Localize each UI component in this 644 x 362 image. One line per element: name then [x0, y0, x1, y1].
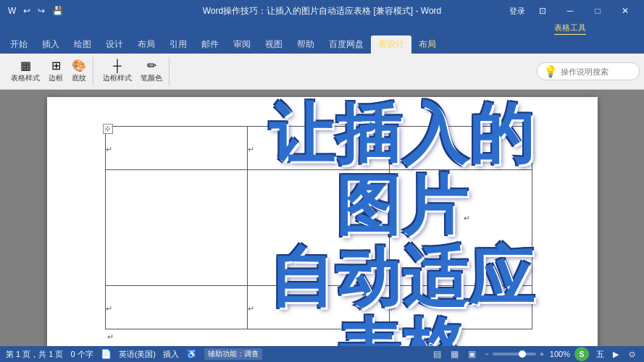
zoom-slider[interactable]: － ＋: [483, 349, 545, 359]
insert-mode[interactable]: 插入: [163, 349, 179, 360]
ribbon-group-1: ▦ 表格样式 ⊞ 边框 🎨 底纹: [4, 57, 93, 86]
border-styles-button[interactable]: ┼ 边框样式: [99, 59, 135, 85]
window-controls: 登录 ⊡ ─ □ ✕: [506, 2, 638, 20]
zoom-in-icon[interactable]: ＋: [538, 349, 545, 359]
tab-review[interactable]: 审阅: [226, 35, 258, 54]
tab-baidu[interactable]: 百度网盘: [322, 35, 371, 54]
tab-table-layout[interactable]: 布局: [411, 35, 443, 54]
contextual-group-label: 表格工具: [554, 22, 586, 35]
cell-return-icon: ↵: [390, 304, 396, 313]
ribbon-toolbar: ▦ 表格样式 ⊞ 边框 🎨 底纹 ┼ 边框样式 ✏ 笔颜色 💡: [0, 54, 644, 90]
taskbar-icon-3[interactable]: ⊙: [625, 348, 638, 361]
cell-return-icon: ↵: [106, 145, 112, 153]
table-styles-button[interactable]: ▦ 表格样式: [7, 59, 43, 85]
redo-icon[interactable]: ↪: [35, 4, 47, 17]
paragraph-return-icon: ↵: [107, 332, 114, 342]
track-icon: 📄: [101, 349, 112, 359]
status-left: 第 1 页，共 1 页 0 个字 📄 英语(美国) 插入 ♿ 辅助功能：调查: [6, 348, 262, 360]
word-count: 0 个字: [70, 349, 93, 360]
tab-references[interactable]: 引用: [162, 35, 194, 54]
status-bar: 第 1 页，共 1 页 0 个字 📄 英语(美国) 插入 ♿ 辅助功能：调查 ▤…: [0, 346, 644, 362]
screenshot-button[interactable]: ⊡: [530, 2, 556, 20]
table-cell[interactable]: ↵: [105, 127, 247, 170]
document-table[interactable]: ↵ ↵ ↵ ↵ ↵ ↵: [105, 126, 532, 329]
accessibility-icon: ♿: [186, 349, 197, 359]
cell-return-icon: ↵: [248, 145, 254, 153]
table-move-handle[interactable]: ⊹: [103, 124, 113, 134]
zoom-thumb[interactable]: [519, 350, 526, 358]
minimize-button[interactable]: ─: [557, 2, 583, 20]
tab-draw[interactable]: 绘图: [67, 35, 99, 54]
word-icon: W: [6, 4, 18, 17]
ribbon-group-2: ┼ 边框样式 ✏ 笔颜色: [96, 57, 170, 86]
cell-return-icon: ↵: [464, 214, 470, 223]
table-cell[interactable]: ↵: [390, 127, 532, 170]
maximize-button[interactable]: □: [585, 2, 611, 20]
tab-view[interactable]: 视图: [258, 35, 290, 54]
bulb-icon: 💡: [543, 64, 558, 78]
help-search-box[interactable]: 💡: [537, 62, 640, 80]
read-mode-button[interactable]: ▣: [466, 348, 479, 360]
zoom-out-icon[interactable]: －: [483, 349, 490, 359]
tab-table-design[interactable]: 表设计: [371, 35, 411, 54]
web-layout-button[interactable]: ▦: [448, 348, 461, 360]
window-title: Word操作技巧：让插入的图片自动适应表格 [兼容模式] - Word: [203, 5, 442, 17]
table-cell[interactable]: [247, 170, 389, 286]
table-cell[interactable]: ↵: [390, 286, 532, 329]
borders-button[interactable]: ⊞ 边框: [45, 59, 67, 85]
accessibility-button[interactable]: 辅助功能：调查: [204, 348, 262, 360]
login-button[interactable]: 登录: [506, 4, 528, 18]
zoom-percent[interactable]: 100%: [550, 350, 570, 358]
shading-button[interactable]: 🎨 底纹: [68, 59, 90, 85]
table-cell[interactable]: ↵: [247, 286, 389, 329]
zoom-track[interactable]: [493, 353, 536, 355]
title-bar: W ↩ ↪ 💾 Word操作技巧：让插入的图片自动适应表格 [兼容模式] - W…: [0, 0, 644, 22]
taskbar-icon-2[interactable]: ▶: [609, 348, 622, 361]
save-icon[interactable]: 💾: [50, 4, 65, 17]
tab-mailings[interactable]: 邮件: [194, 35, 226, 54]
table-cell[interactable]: ↵: [247, 127, 389, 170]
soda-logo: S: [574, 347, 589, 361]
table-cell[interactable]: ↵: [105, 286, 247, 329]
document-page: ↵ ↵ ↵ ↵ ↵ ↵: [47, 97, 598, 346]
ribbon-tabs: 开始 插入 绘图 设计 布局 引用 邮件 审阅 视图 帮助 百度网盘 表设计 布…: [0, 35, 644, 54]
taskbar-icons: 五 ▶ ⊙: [593, 348, 638, 361]
pen-color-button[interactable]: ✏ 笔颜色: [137, 59, 166, 85]
document-area: ↵ ↵ ↵ ↵ ↵ ↵: [0, 90, 644, 346]
cell-return-icon: ↵: [390, 145, 396, 153]
undo-icon[interactable]: ↩: [21, 4, 33, 17]
status-right: ▤ ▦ ▣ － ＋ 100% S 五 ▶ ⊙: [431, 347, 638, 361]
help-search-input[interactable]: [561, 67, 633, 76]
tab-help[interactable]: 帮助: [290, 35, 322, 54]
taskbar-icon-1[interactable]: 五: [593, 348, 606, 361]
table-cell[interactable]: [105, 170, 247, 286]
language-label[interactable]: 英语(美国): [119, 349, 156, 360]
cell-return-icon: ↵: [106, 304, 112, 313]
print-layout-button[interactable]: ▤: [431, 348, 444, 360]
cell-return-icon: ↵: [248, 304, 254, 313]
tab-layout[interactable]: 布局: [130, 35, 162, 54]
tab-design[interactable]: 设计: [99, 35, 130, 54]
table-cell[interactable]: ↵: [390, 170, 532, 286]
quick-access-toolbar: W ↩ ↪ 💾: [6, 4, 65, 17]
tab-home[interactable]: 开始: [3, 35, 35, 54]
close-button[interactable]: ✕: [612, 2, 638, 20]
page-count: 第 1 页，共 1 页: [6, 349, 63, 360]
tab-insert[interactable]: 插入: [35, 35, 67, 54]
